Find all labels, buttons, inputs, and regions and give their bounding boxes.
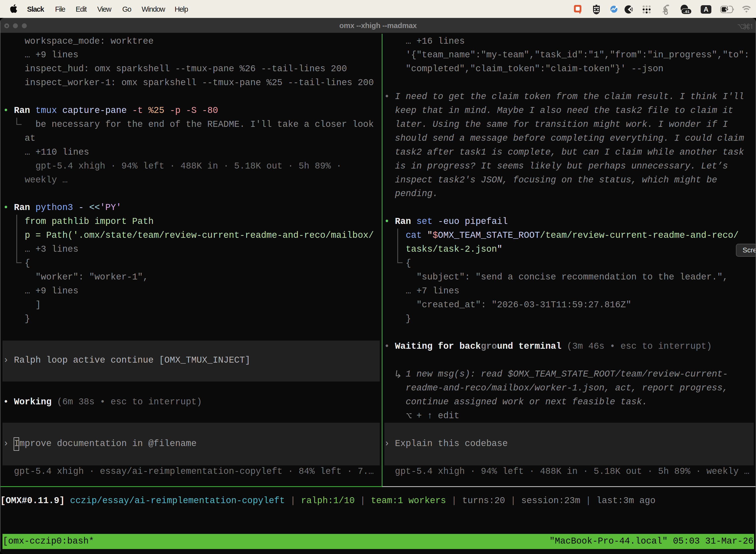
svg-text:..61: ..61 (683, 9, 690, 14)
